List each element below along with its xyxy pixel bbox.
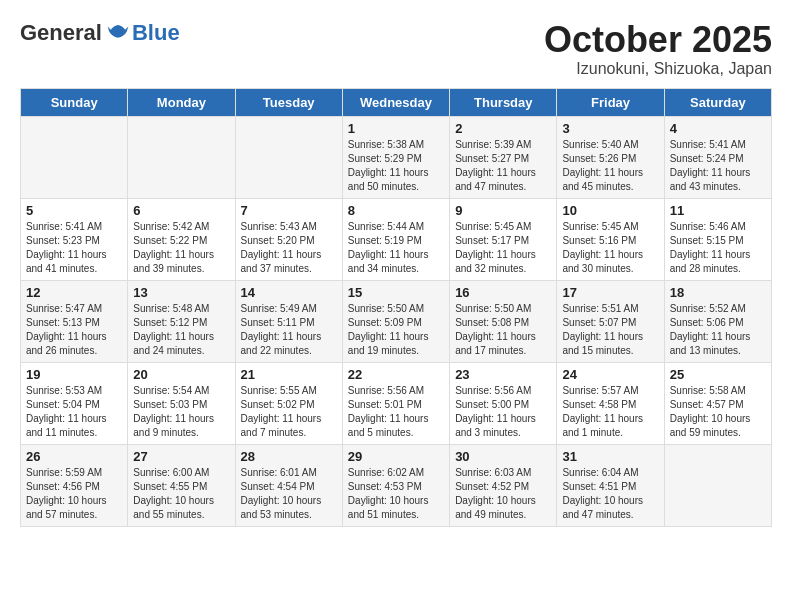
- calendar-body: 1Sunrise: 5:38 AMSunset: 5:29 PMDaylight…: [21, 116, 772, 526]
- cell-content: Sunrise: 5:49 AMSunset: 5:11 PMDaylight:…: [241, 302, 337, 358]
- day-number: 10: [562, 203, 658, 218]
- week-row-1: 1Sunrise: 5:38 AMSunset: 5:29 PMDaylight…: [21, 116, 772, 198]
- calendar-cell-week3-day0: 12Sunrise: 5:47 AMSunset: 5:13 PMDayligh…: [21, 280, 128, 362]
- cell-content: Sunrise: 6:04 AMSunset: 4:51 PMDaylight:…: [562, 466, 658, 522]
- cell-content: Sunrise: 5:45 AMSunset: 5:16 PMDaylight:…: [562, 220, 658, 276]
- calendar-cell-week2-day1: 6Sunrise: 5:42 AMSunset: 5:22 PMDaylight…: [128, 198, 235, 280]
- cell-content: Sunrise: 5:56 AMSunset: 5:00 PMDaylight:…: [455, 384, 551, 440]
- calendar-cell-week4-day4: 23Sunrise: 5:56 AMSunset: 5:00 PMDayligh…: [450, 362, 557, 444]
- cell-content: Sunrise: 5:55 AMSunset: 5:02 PMDaylight:…: [241, 384, 337, 440]
- calendar-cell-week1-day0: [21, 116, 128, 198]
- day-number: 11: [670, 203, 766, 218]
- calendar-cell-week5-day2: 28Sunrise: 6:01 AMSunset: 4:54 PMDayligh…: [235, 444, 342, 526]
- cell-content: Sunrise: 5:40 AMSunset: 5:26 PMDaylight:…: [562, 138, 658, 194]
- calendar-cell-week1-day6: 4Sunrise: 5:41 AMSunset: 5:24 PMDaylight…: [664, 116, 771, 198]
- calendar-cell-week4-day6: 25Sunrise: 5:58 AMSunset: 4:57 PMDayligh…: [664, 362, 771, 444]
- header-monday: Monday: [128, 88, 235, 116]
- cell-content: Sunrise: 5:44 AMSunset: 5:19 PMDaylight:…: [348, 220, 444, 276]
- calendar-cell-week3-day4: 16Sunrise: 5:50 AMSunset: 5:08 PMDayligh…: [450, 280, 557, 362]
- day-number: 21: [241, 367, 337, 382]
- day-number: 22: [348, 367, 444, 382]
- day-number: 6: [133, 203, 229, 218]
- header-wednesday: Wednesday: [342, 88, 449, 116]
- cell-content: Sunrise: 5:41 AMSunset: 5:24 PMDaylight:…: [670, 138, 766, 194]
- day-number: 23: [455, 367, 551, 382]
- day-number: 24: [562, 367, 658, 382]
- calendar-cell-week2-day0: 5Sunrise: 5:41 AMSunset: 5:23 PMDaylight…: [21, 198, 128, 280]
- calendar-cell-week4-day0: 19Sunrise: 5:53 AMSunset: 5:04 PMDayligh…: [21, 362, 128, 444]
- day-number: 30: [455, 449, 551, 464]
- cell-content: Sunrise: 5:57 AMSunset: 4:58 PMDaylight:…: [562, 384, 658, 440]
- day-number: 31: [562, 449, 658, 464]
- cell-content: Sunrise: 6:01 AMSunset: 4:54 PMDaylight:…: [241, 466, 337, 522]
- cell-content: Sunrise: 5:38 AMSunset: 5:29 PMDaylight:…: [348, 138, 444, 194]
- day-number: 19: [26, 367, 122, 382]
- calendar-cell-week5-day5: 31Sunrise: 6:04 AMSunset: 4:51 PMDayligh…: [557, 444, 664, 526]
- calendar-cell-week1-day5: 3Sunrise: 5:40 AMSunset: 5:26 PMDaylight…: [557, 116, 664, 198]
- calendar-cell-week3-day3: 15Sunrise: 5:50 AMSunset: 5:09 PMDayligh…: [342, 280, 449, 362]
- cell-content: Sunrise: 5:59 AMSunset: 4:56 PMDaylight:…: [26, 466, 122, 522]
- cell-content: Sunrise: 5:52 AMSunset: 5:06 PMDaylight:…: [670, 302, 766, 358]
- logo-blue-text: Blue: [132, 20, 180, 46]
- cell-content: Sunrise: 5:41 AMSunset: 5:23 PMDaylight:…: [26, 220, 122, 276]
- cell-content: Sunrise: 6:00 AMSunset: 4:55 PMDaylight:…: [133, 466, 229, 522]
- day-number: 18: [670, 285, 766, 300]
- calendar-cell-week5-day4: 30Sunrise: 6:03 AMSunset: 4:52 PMDayligh…: [450, 444, 557, 526]
- logo-general-text: General: [20, 20, 102, 46]
- logo: General Blue: [20, 20, 180, 46]
- day-number: 7: [241, 203, 337, 218]
- cell-content: Sunrise: 6:02 AMSunset: 4:53 PMDaylight:…: [348, 466, 444, 522]
- week-row-4: 19Sunrise: 5:53 AMSunset: 5:04 PMDayligh…: [21, 362, 772, 444]
- title-block: October 2025 Izunokuni, Shizuoka, Japan: [544, 20, 772, 78]
- day-number: 4: [670, 121, 766, 136]
- cell-content: Sunrise: 5:50 AMSunset: 5:08 PMDaylight:…: [455, 302, 551, 358]
- calendar-cell-week3-day6: 18Sunrise: 5:52 AMSunset: 5:06 PMDayligh…: [664, 280, 771, 362]
- day-number: 8: [348, 203, 444, 218]
- day-number: 5: [26, 203, 122, 218]
- calendar-cell-week3-day1: 13Sunrise: 5:48 AMSunset: 5:12 PMDayligh…: [128, 280, 235, 362]
- cell-content: Sunrise: 5:54 AMSunset: 5:03 PMDaylight:…: [133, 384, 229, 440]
- day-number: 2: [455, 121, 551, 136]
- location-subtitle: Izunokuni, Shizuoka, Japan: [544, 60, 772, 78]
- calendar-cell-week4-day3: 22Sunrise: 5:56 AMSunset: 5:01 PMDayligh…: [342, 362, 449, 444]
- day-number: 26: [26, 449, 122, 464]
- header-tuesday: Tuesday: [235, 88, 342, 116]
- day-number: 15: [348, 285, 444, 300]
- cell-content: Sunrise: 5:50 AMSunset: 5:09 PMDaylight:…: [348, 302, 444, 358]
- day-number: 25: [670, 367, 766, 382]
- cell-content: Sunrise: 5:47 AMSunset: 5:13 PMDaylight:…: [26, 302, 122, 358]
- calendar-table: SundayMondayTuesdayWednesdayThursdayFrid…: [20, 88, 772, 527]
- cell-content: Sunrise: 5:53 AMSunset: 5:04 PMDaylight:…: [26, 384, 122, 440]
- calendar-cell-week5-day6: [664, 444, 771, 526]
- calendar-cell-week1-day4: 2Sunrise: 5:39 AMSunset: 5:27 PMDaylight…: [450, 116, 557, 198]
- cell-content: Sunrise: 6:03 AMSunset: 4:52 PMDaylight:…: [455, 466, 551, 522]
- day-number: 17: [562, 285, 658, 300]
- week-row-2: 5Sunrise: 5:41 AMSunset: 5:23 PMDaylight…: [21, 198, 772, 280]
- day-number: 20: [133, 367, 229, 382]
- calendar-cell-week1-day2: [235, 116, 342, 198]
- calendar-cell-week4-day5: 24Sunrise: 5:57 AMSunset: 4:58 PMDayligh…: [557, 362, 664, 444]
- calendar-cell-week2-day2: 7Sunrise: 5:43 AMSunset: 5:20 PMDaylight…: [235, 198, 342, 280]
- day-number: 3: [562, 121, 658, 136]
- page-header: General Blue October 2025 Izunokuni, Shi…: [20, 20, 772, 78]
- calendar-cell-week3-day2: 14Sunrise: 5:49 AMSunset: 5:11 PMDayligh…: [235, 280, 342, 362]
- day-number: 29: [348, 449, 444, 464]
- calendar-cell-week2-day3: 8Sunrise: 5:44 AMSunset: 5:19 PMDaylight…: [342, 198, 449, 280]
- month-title: October 2025: [544, 20, 772, 60]
- week-row-3: 12Sunrise: 5:47 AMSunset: 5:13 PMDayligh…: [21, 280, 772, 362]
- day-number: 12: [26, 285, 122, 300]
- cell-content: Sunrise: 5:58 AMSunset: 4:57 PMDaylight:…: [670, 384, 766, 440]
- header-saturday: Saturday: [664, 88, 771, 116]
- day-number: 9: [455, 203, 551, 218]
- cell-content: Sunrise: 5:46 AMSunset: 5:15 PMDaylight:…: [670, 220, 766, 276]
- calendar-cell-week1-day1: [128, 116, 235, 198]
- cell-content: Sunrise: 5:45 AMSunset: 5:17 PMDaylight:…: [455, 220, 551, 276]
- day-number: 27: [133, 449, 229, 464]
- calendar-cell-week3-day5: 17Sunrise: 5:51 AMSunset: 5:07 PMDayligh…: [557, 280, 664, 362]
- cell-content: Sunrise: 5:51 AMSunset: 5:07 PMDaylight:…: [562, 302, 658, 358]
- calendar-cell-week4-day1: 20Sunrise: 5:54 AMSunset: 5:03 PMDayligh…: [128, 362, 235, 444]
- day-number: 14: [241, 285, 337, 300]
- calendar-cell-week5-day3: 29Sunrise: 6:02 AMSunset: 4:53 PMDayligh…: [342, 444, 449, 526]
- cell-content: Sunrise: 5:56 AMSunset: 5:01 PMDaylight:…: [348, 384, 444, 440]
- header-sunday: Sunday: [21, 88, 128, 116]
